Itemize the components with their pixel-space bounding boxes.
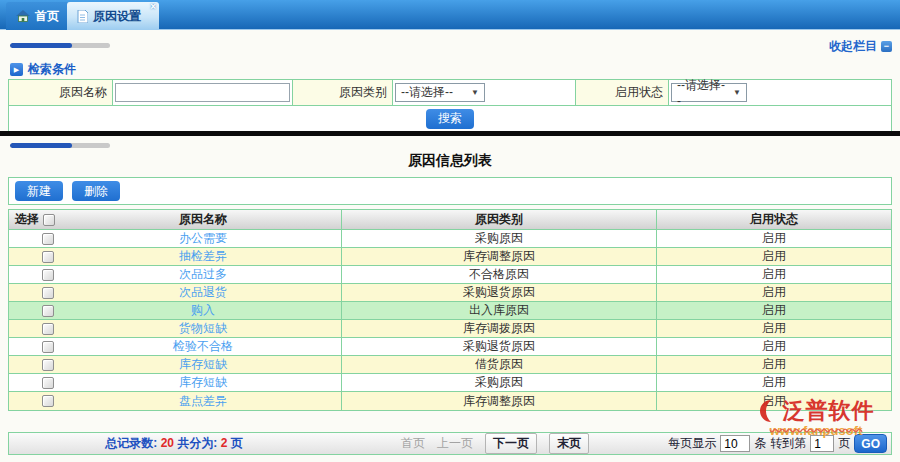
reason-category-select-value: --请选择-- — [401, 84, 453, 101]
table-row: 库存短缺采购原因启用 — [9, 374, 891, 392]
tab-home[interactable]: 首页 — [6, 2, 70, 30]
table-row: 次品过多不合格原因启用 — [9, 266, 891, 284]
reason-name-cell: 购入 — [65, 302, 341, 319]
reason-name-link[interactable]: 检验不合格 — [173, 338, 233, 355]
reason-category-select[interactable]: --请选择-- ▼ — [395, 83, 485, 102]
prev-page-link[interactable]: 上一页 — [437, 435, 473, 452]
table-row: 盘点差异库存调整原因启用 — [9, 392, 891, 410]
row-checkbox[interactable] — [42, 377, 54, 389]
chevron-down-icon: ▼ — [471, 88, 479, 97]
pagination-bar: 总记录数: 20 共分为: 2 页 首页 上一页 下一页 末页 每页显示 条 转… — [8, 432, 892, 455]
row-select-cell — [9, 374, 65, 391]
reason-category-cell: 采购原因 — [341, 230, 656, 247]
goto-page-input[interactable] — [810, 435, 834, 452]
row-checkbox[interactable] — [42, 287, 54, 299]
row-checkbox[interactable] — [42, 359, 54, 371]
search-section-title: 检索条件 — [28, 61, 76, 78]
next-page-button[interactable]: 下一页 — [485, 433, 537, 454]
enable-status-cell: 启用 — [656, 284, 891, 301]
enable-status-cell: 启用 — [656, 320, 891, 337]
enable-status-label: 启用状态 — [576, 80, 669, 105]
total-pages-value: 2 — [221, 436, 228, 450]
reason-category-cell: 库存调拨原因 — [341, 320, 656, 337]
table-row: 库存短缺借货原因启用 — [9, 356, 891, 374]
tab-reason-settings-label: 原因设置 — [93, 8, 141, 25]
tab-home-label: 首页 — [35, 8, 59, 25]
row-checkbox[interactable] — [42, 305, 54, 317]
reason-category-cell: 不合格原因 — [341, 266, 656, 283]
table-row: 检验不合格采购退货原因启用 — [9, 338, 891, 356]
row-select-cell — [9, 338, 65, 355]
row-checkbox[interactable] — [42, 251, 54, 263]
per-page-label: 每页显示 — [668, 435, 716, 452]
reason-name-cell: 办公需要 — [65, 230, 341, 247]
select-header-label: 选择 — [15, 211, 39, 228]
enable-status-cell: 启用 — [656, 302, 891, 319]
row-checkbox[interactable] — [42, 341, 54, 353]
enable-status-cell: 启用 — [656, 266, 891, 283]
page-size-controls: 每页显示 条 转到第 页 GO — [668, 434, 891, 453]
reason-name-input[interactable] — [115, 83, 290, 102]
table-header-row: 选择 原因名称 原因类别 启用状态 — [9, 210, 891, 230]
first-page-link[interactable]: 首页 — [401, 435, 425, 452]
reason-name-link[interactable]: 货物短缺 — [179, 320, 227, 337]
record-summary: 总记录数: 20 共分为: 2 页 — [9, 435, 339, 452]
go-button[interactable]: GO — [854, 434, 887, 453]
section-separator — [0, 131, 900, 136]
search-button[interactable]: 搜索 — [426, 109, 474, 129]
search-section-header[interactable]: ▶ 检索条件 — [10, 61, 76, 78]
enable-status-select[interactable]: --请选择-- ▼ — [671, 83, 747, 102]
reason-name-link[interactable]: 库存短缺 — [179, 356, 227, 373]
total-records-value: 20 — [161, 436, 174, 450]
goto-page-label: 转到第 — [770, 435, 806, 452]
reason-category-cell: 库存调整原因 — [341, 392, 656, 410]
reason-table-body: 办公需要采购原因启用抽检差异库存调整原因启用次品过多不合格原因启用次品退货采购退… — [9, 230, 891, 410]
total-records-label: 总记录数: — [105, 436, 157, 450]
enable-status-cell: 启用 — [656, 392, 891, 410]
select-all-checkbox[interactable] — [43, 214, 55, 226]
reason-name-link[interactable]: 办公需要 — [179, 230, 227, 247]
row-checkbox[interactable] — [42, 323, 54, 335]
reason-category-cell: 库存调整原因 — [341, 248, 656, 265]
reason-table: 选择 原因名称 原因类别 启用状态 办公需要采购原因启用抽检差异库存调整原因启用… — [8, 209, 892, 411]
section-divider-bar — [10, 43, 110, 48]
table-row: 购入出入库原因启用 — [9, 302, 891, 320]
reason-name-link[interactable]: 次品退货 — [179, 284, 227, 301]
reason-name-cell: 盘点差异 — [65, 392, 341, 410]
home-icon — [16, 10, 30, 22]
chevron-down-icon: ▼ — [733, 88, 741, 97]
row-checkbox[interactable] — [42, 395, 54, 407]
new-button[interactable]: 新建 — [15, 181, 63, 201]
row-select-cell — [9, 248, 65, 265]
reason-name-cell: 库存短缺 — [65, 374, 341, 391]
table-row: 次品退货采购退货原因启用 — [9, 284, 891, 302]
tab-reason-settings[interactable]: 原因设置 × — [67, 2, 159, 30]
enable-status-select-cell: --请选择-- ▼ — [669, 80, 891, 105]
per-page-input[interactable] — [720, 435, 750, 452]
tab-bar: 首页 原因设置 × — [0, 0, 900, 30]
collapse-columns-label: 收起栏目 — [829, 38, 877, 55]
pager-controls: 首页 上一页 下一页 末页 — [401, 433, 589, 454]
enable-status-cell: 启用 — [656, 248, 891, 265]
collapse-columns-link[interactable]: 收起栏目 − — [829, 38, 892, 55]
reason-name-link[interactable]: 次品过多 — [179, 266, 227, 283]
delete-button[interactable]: 删除 — [72, 181, 120, 201]
last-page-button[interactable]: 末页 — [549, 433, 589, 454]
row-select-cell — [9, 302, 65, 319]
collapse-icon: − — [881, 41, 892, 52]
list-title: 原因信息列表 — [0, 152, 900, 170]
reason-name-link[interactable]: 购入 — [191, 302, 215, 319]
enable-status-select-value: --请选择-- — [677, 77, 725, 108]
goto-page-unit: 页 — [838, 435, 850, 452]
row-select-cell — [9, 284, 65, 301]
row-select-cell — [9, 356, 65, 373]
reason-name-link[interactable]: 库存短缺 — [179, 374, 227, 391]
reason-category-cell: 出入库原因 — [341, 302, 656, 319]
tab-close-icon[interactable]: × — [150, 2, 156, 12]
status-header-cell: 启用状态 — [656, 210, 891, 229]
reason-name-link[interactable]: 盘点差异 — [179, 393, 227, 410]
name-header-cell: 原因名称 — [65, 210, 341, 229]
row-checkbox[interactable] — [42, 233, 54, 245]
reason-name-link[interactable]: 抽检差异 — [179, 248, 227, 265]
row-checkbox[interactable] — [42, 269, 54, 281]
